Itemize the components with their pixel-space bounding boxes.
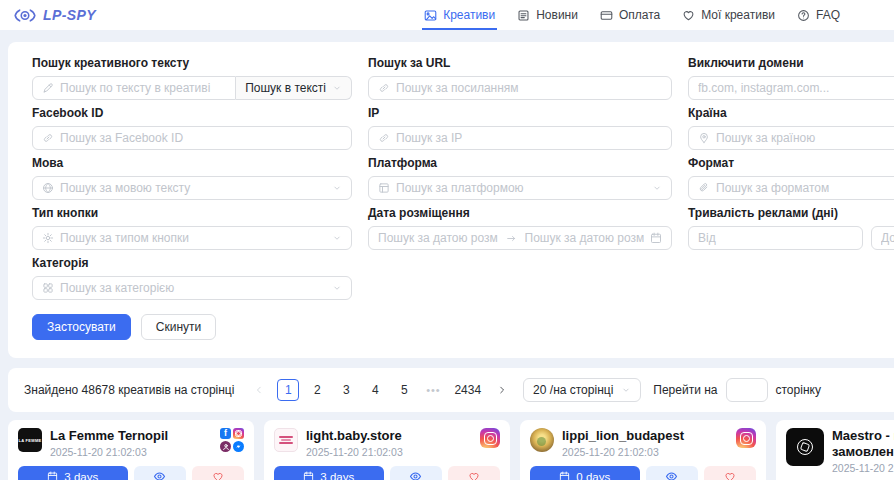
favorite-button[interactable] — [704, 466, 756, 480]
main-nav: Креативи Новини Оплата Мої креативи — [424, 0, 840, 30]
exclude-domains-input-wrap — [688, 76, 894, 100]
language-select[interactable]: Пошук за мовою тексту — [32, 176, 352, 200]
page: LP-SPY Креативи Новини Оплата — [0, 0, 894, 480]
instagram-icon[interactable] — [736, 428, 756, 448]
nav-item-creatives[interactable]: Креативи — [424, 0, 495, 30]
ip-field: IP — [368, 106, 672, 150]
pagination-page-2[interactable]: 2 — [306, 379, 328, 401]
format-select[interactable]: Пошук за форматом — [688, 176, 894, 200]
url-input[interactable] — [396, 81, 662, 95]
favorite-button[interactable] — [448, 466, 500, 480]
creative-card[interactable]: Maestro - кухні, меблі на замовлення в У… — [776, 420, 894, 480]
search-mode-select[interactable]: Пошук в тексті — [236, 76, 352, 100]
logo-text: LP-SPY — [43, 7, 96, 23]
pagination-page-last[interactable]: 2434 — [451, 379, 484, 401]
days-active-button[interactable]: 0 days — [530, 466, 640, 480]
pagination-page-1[interactable]: 1 — [277, 379, 299, 401]
ip-input[interactable] — [396, 131, 662, 145]
chevron-down-icon — [332, 183, 342, 193]
heart-icon — [212, 471, 224, 480]
link-icon — [42, 132, 54, 144]
pencil-icon — [42, 82, 54, 94]
button-type-select[interactable]: Пошук за типом кнопки — [32, 226, 352, 250]
days-active-button[interactable]: 3 days — [274, 466, 384, 480]
card-timestamp: 2025-11-20 21:02:03 — [832, 462, 894, 474]
field-label: Пошук креативного тексту — [32, 56, 352, 70]
card-timestamp: 2025-11-20 21:02:03 — [306, 446, 403, 458]
placement-date-field: Дата розміщення Пошук за датою розміщенн… — [368, 206, 672, 250]
platform-icon — [378, 182, 390, 194]
field-label: Facebook ID — [32, 106, 352, 120]
calendar-icon — [47, 471, 58, 480]
country-input[interactable] — [716, 131, 894, 145]
nav-item-my-creatives[interactable]: Мої креативи — [682, 0, 775, 30]
views-button[interactable] — [646, 466, 698, 480]
messenger-icon[interactable] — [233, 441, 244, 452]
question-circle-icon — [797, 9, 810, 22]
views-button[interactable] — [390, 466, 442, 480]
goto-label: Перейти на — [653, 383, 717, 397]
brand-avatar — [274, 428, 298, 452]
search-mode-value: Пошук в тексті — [245, 81, 326, 95]
nav-label: FAQ — [816, 8, 840, 22]
apply-button[interactable]: Застосувати — [32, 314, 131, 340]
calendar-icon — [303, 471, 314, 480]
date-range-picker[interactable]: Пошук за датою розміщення Пошук за датою… — [368, 226, 672, 250]
views-button[interactable] — [134, 466, 186, 480]
creative-text-input-wrap — [32, 76, 236, 100]
creative-card[interactable]: light.baby.store 2025-11-20 21:02:03 3 d… — [264, 420, 510, 480]
ip-input-wrap — [368, 126, 672, 150]
facebook-id-input[interactable] — [60, 131, 342, 145]
category-select[interactable]: Пошук за категорією — [32, 276, 352, 300]
format-placeholder: Пошук за форматом — [716, 181, 829, 195]
per-page-select[interactable]: 20 /на сторінці — [523, 378, 641, 402]
results-summary: Знайдено 48678 креативів на сторінці — [24, 383, 234, 397]
pagination-next[interactable] — [491, 379, 513, 401]
location-pin-icon — [698, 132, 710, 144]
country-select[interactable] — [688, 126, 894, 150]
pagination-page-3[interactable]: 3 — [335, 379, 357, 401]
days-label: 3 days — [320, 471, 354, 480]
creatives-list: LA FEMME La Femme Ternopil 2025-11-20 21… — [8, 420, 894, 480]
pagination-prev[interactable] — [248, 379, 270, 401]
nav-label: Креативи — [443, 8, 495, 22]
platform-select[interactable]: Пошук за платформою — [368, 176, 672, 200]
facebook-icon[interactable]: f — [220, 428, 231, 439]
goto-page-input[interactable] — [726, 378, 768, 402]
gear-icon — [42, 232, 54, 244]
date-to-placeholder[interactable]: Пошук за датою розміщення — [525, 231, 645, 245]
social-icons — [480, 428, 500, 448]
nav-item-news[interactable]: Новини — [517, 0, 578, 30]
profile-icon[interactable] — [220, 441, 231, 452]
chevron-down-icon — [652, 183, 662, 193]
days-active-button[interactable]: 3 days — [18, 466, 128, 480]
pagination: 1 2 3 4 5 ••• 2434 — [248, 379, 513, 401]
pagination-page-4[interactable]: 4 — [364, 379, 386, 401]
creative-card[interactable]: LA FEMME La Femme Ternopil 2025-11-20 21… — [8, 420, 254, 480]
creative-text-input[interactable] — [60, 81, 226, 95]
language-field: Мова Пошук за мовою тексту — [32, 156, 352, 200]
duration-from-input[interactable] — [698, 231, 853, 245]
logo[interactable]: LP-SPY — [14, 7, 96, 23]
brand-avatar — [530, 428, 554, 452]
creative-card[interactable]: lippi_lion_budapest 2025-11-20 21:02:03 … — [520, 420, 766, 480]
favorite-button[interactable] — [192, 466, 244, 480]
duration-to-input[interactable] — [881, 231, 894, 245]
pagination-page-5[interactable]: 5 — [393, 379, 415, 401]
category-placeholder: Пошук за категорією — [60, 281, 174, 295]
exclude-domains-input[interactable] — [698, 81, 894, 95]
field-label: Платформа — [368, 156, 672, 170]
social-icons: f — [220, 428, 244, 452]
pagination-ellipsis[interactable]: ••• — [422, 379, 444, 401]
reset-button[interactable]: Скинути — [141, 314, 216, 340]
date-from-placeholder[interactable]: Пошук за датою розміщення — [378, 231, 498, 245]
nav-item-payment[interactable]: Оплата — [600, 0, 660, 30]
goto-suffix: сторінку — [776, 383, 821, 397]
nav-label: Новини — [536, 8, 578, 22]
nav-item-faq[interactable]: FAQ — [797, 0, 840, 30]
instagram-icon[interactable] — [233, 428, 244, 439]
chevron-right-icon — [497, 385, 507, 395]
field-label: IP — [368, 106, 672, 120]
instagram-icon[interactable] — [480, 428, 500, 448]
field-label: Категорія — [32, 256, 352, 270]
